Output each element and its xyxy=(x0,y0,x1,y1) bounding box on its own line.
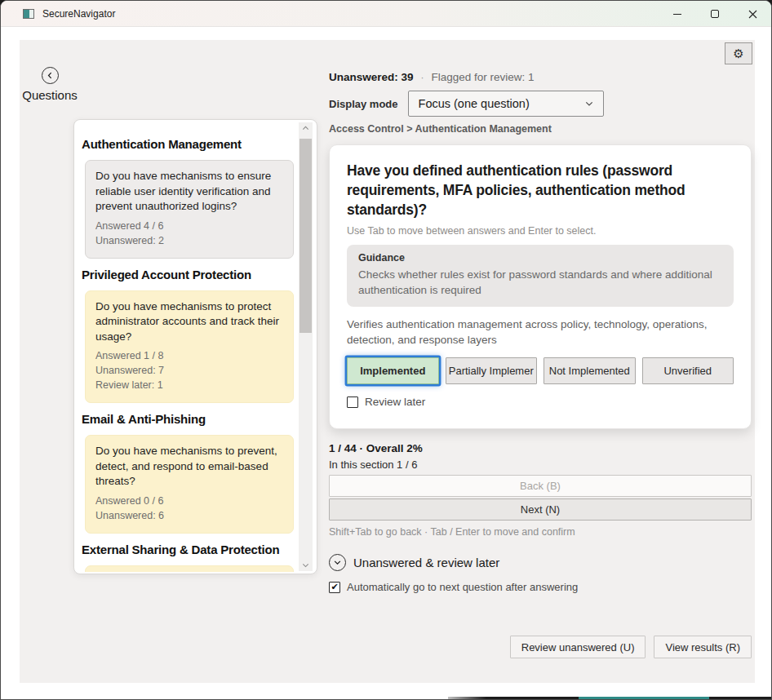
chevron-down-circle-icon xyxy=(329,554,346,571)
section-meta: Answered 0 / 6 xyxy=(95,494,283,508)
status-separator: · xyxy=(421,72,424,83)
auto-next-row[interactable]: ✔ Automatically go to next question afte… xyxy=(329,581,578,593)
section-meta: Review later: 1 xyxy=(95,378,283,392)
answer-button-not-implemented[interactable]: Not Implemented xyxy=(544,357,636,384)
guidance-box: Guidance Checks whether rules exist for … xyxy=(347,245,734,307)
section-heading-email: Email & Anti-Phishing xyxy=(82,412,294,426)
progress-overall: 1 / 44 · Overall 2% xyxy=(329,442,423,454)
section-card-email[interactable]: Do you have mechanisms to prevent, detec… xyxy=(85,435,294,534)
app-icon xyxy=(23,9,34,19)
section-heading-authentication: Authentication Management xyxy=(82,137,294,151)
close-icon xyxy=(748,10,757,19)
titlebar: SecureNavigator xyxy=(1,1,771,27)
section-card-external-sharing[interactable]: Do you have mechanisms to manage xyxy=(85,565,294,573)
sections-scrollbar[interactable] xyxy=(299,122,313,571)
review-unanswered-button[interactable]: Review unanswered (U) xyxy=(510,636,646,658)
section-heading-external-sharing: External Sharing & Data Protection xyxy=(82,543,294,556)
maximize-button[interactable] xyxy=(696,1,734,27)
footer-actions: Review unanswered (U) View results (R) xyxy=(510,636,752,658)
check-icon: ✔ xyxy=(331,583,338,591)
answer-button-implemented[interactable]: Implemented xyxy=(347,357,439,384)
window-controls xyxy=(659,1,771,27)
gear-icon: ⚙ xyxy=(733,47,743,61)
review-later-row[interactable]: ✔ Review later xyxy=(347,396,734,408)
desktop-edge xyxy=(1,697,771,699)
view-results-button[interactable]: View results (R) xyxy=(654,636,752,658)
chevron-down-icon xyxy=(585,101,593,107)
answer-button-partially-implemented[interactable]: Partially Implemer xyxy=(446,357,538,384)
auto-next-label: Automatically go to next question after … xyxy=(347,581,578,593)
flagged-count: Flagged for review: 1 xyxy=(432,71,535,83)
breadcrumb: Access Control > Authentication Manageme… xyxy=(329,123,552,135)
unanswered-expander-label: Unanswered & review later xyxy=(353,556,499,569)
settings-button[interactable]: ⚙ xyxy=(725,42,752,64)
section-meta: Unanswered: 6 xyxy=(95,508,283,523)
minimize-icon xyxy=(673,14,681,15)
guidance-body: Checks whether rules exist for password … xyxy=(358,267,722,298)
navigation-hint: Shift+Tab to go back · Tab / Enter to mo… xyxy=(329,526,575,538)
section-meta: Unanswered: 7 xyxy=(95,363,283,378)
display-mode-select[interactable]: Focus (one question) xyxy=(408,91,604,117)
back-to-questions[interactable]: Questions xyxy=(23,67,77,102)
unanswered-expander[interactable]: Unanswered & review later xyxy=(329,554,499,571)
auto-next-checkbox[interactable]: ✔ xyxy=(329,582,340,593)
sections-list: Authentication Management Do you have me… xyxy=(82,128,294,572)
section-meta: Unanswered: 2 xyxy=(95,233,283,248)
section-meta: Answered 1 / 8 xyxy=(95,348,283,363)
scroll-down-icon[interactable] xyxy=(299,560,313,571)
section-meta: Answered 4 / 6 xyxy=(95,219,283,233)
back-button[interactable]: Back (B) xyxy=(329,475,752,497)
section-question: Do you have mechanisms to ensure reliabl… xyxy=(95,169,283,215)
progress-section: In this section 1 / 6 xyxy=(329,459,417,471)
display-mode-row: Display mode Focus (one question) xyxy=(329,91,604,117)
next-button[interactable]: Next (N) xyxy=(329,498,752,521)
main-content: ⚙ Questions Unanswered: 39 · Flagged for… xyxy=(20,40,755,683)
section-question: Do you have mechanisms to prevent, detec… xyxy=(95,444,283,490)
maximize-icon xyxy=(711,10,719,18)
scroll-up-icon[interactable] xyxy=(299,122,313,134)
question-description: Verifies authentication management acros… xyxy=(347,317,734,348)
app-window: SecureNavigator ⚙ Questions Unanswered: … xyxy=(0,0,772,700)
close-button[interactable] xyxy=(734,1,771,27)
sections-panel: Authentication Management Do you have me… xyxy=(73,119,317,574)
section-question: Do you have mechanisms to protect admini… xyxy=(95,299,283,345)
display-mode-label: Display mode xyxy=(329,98,398,110)
status-row: Unanswered: 39 · Flagged for review: 1 xyxy=(329,71,535,83)
answer-button-unverified[interactable]: Unverified xyxy=(642,357,734,384)
minimize-button[interactable] xyxy=(659,1,696,27)
section-card-privileged[interactable]: Do you have mechanisms to protect admini… xyxy=(85,290,294,404)
answer-buttons: Implemented Partially Implemer Not Imple… xyxy=(347,357,734,384)
display-mode-value: Focus (one question) xyxy=(419,97,530,110)
chevron-left-circle-icon xyxy=(42,67,59,84)
question-keyboard-hint: Use Tab to move between answers and Ente… xyxy=(347,225,734,237)
section-card-authentication[interactable]: Do you have mechanisms to ensure reliabl… xyxy=(85,160,294,259)
guidance-title: Guidance xyxy=(358,252,722,264)
review-later-checkbox[interactable]: ✔ xyxy=(347,397,358,408)
question-title: Have you defined authentication rules (p… xyxy=(347,161,734,219)
app-title: SecureNavigator xyxy=(42,8,115,20)
questions-label: Questions xyxy=(22,88,78,102)
review-later-label: Review later xyxy=(365,396,425,408)
section-heading-privileged: Privileged Account Protection xyxy=(82,268,294,281)
question-card: Have you defined authentication rules (p… xyxy=(329,144,752,429)
unanswered-count: Unanswered: 39 xyxy=(329,71,414,83)
scrollbar-thumb[interactable] xyxy=(299,139,312,333)
